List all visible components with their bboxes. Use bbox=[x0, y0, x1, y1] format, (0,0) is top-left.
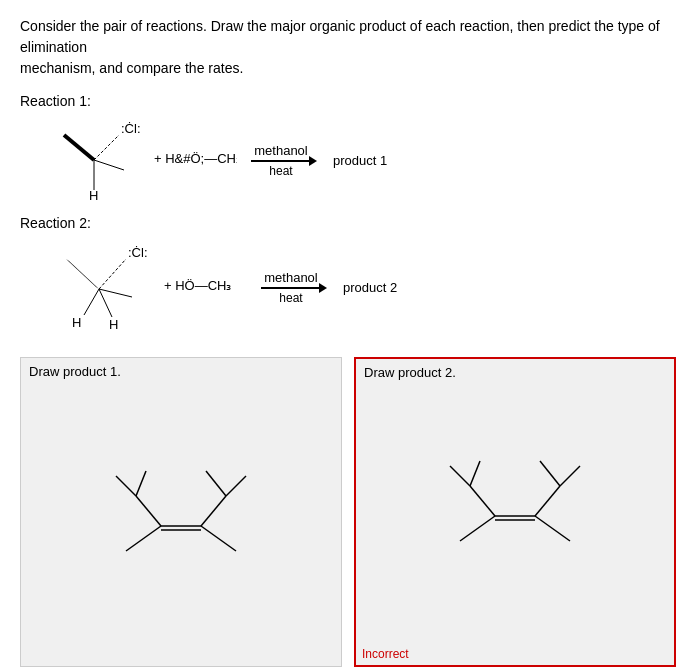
reaction1-reagent: + H&#Ö;—CH₃ bbox=[152, 139, 237, 182]
instructions-line1: Consider the pair of reactions. Draw the… bbox=[20, 18, 660, 55]
reaction1-arrow bbox=[251, 160, 311, 162]
svg-text:H: H bbox=[72, 315, 81, 330]
draw-product1-canvas[interactable] bbox=[21, 385, 341, 666]
reaction2-arrow-line bbox=[261, 287, 321, 289]
reaction2-label: Reaction 2: bbox=[20, 215, 680, 231]
reaction2-molecule-svg: :Ċl: H H bbox=[44, 237, 154, 337]
reaction1-label: Reaction 1: bbox=[20, 93, 680, 109]
svg-line-2 bbox=[94, 160, 124, 170]
reaction2-row: :Ċl: H H + HÖ—CH₃ methanol heat product… bbox=[44, 237, 680, 337]
svg-marker-8 bbox=[66, 259, 99, 289]
reaction2-solvent: methanol bbox=[264, 270, 317, 285]
product1-molecule-svg bbox=[81, 426, 281, 626]
svg-line-19 bbox=[136, 496, 161, 526]
svg-line-11 bbox=[84, 289, 99, 315]
reaction2-condition: heat bbox=[279, 291, 302, 305]
reaction1-condition: heat bbox=[269, 164, 292, 178]
svg-line-26 bbox=[226, 476, 246, 496]
svg-line-22 bbox=[201, 526, 236, 551]
reaction1-reagent-svg: + H&#Ö;—CH₃ bbox=[152, 139, 237, 179]
svg-line-35 bbox=[540, 461, 560, 486]
svg-line-12 bbox=[99, 289, 112, 317]
reaction1-solvent: methanol bbox=[254, 143, 307, 158]
svg-text:H: H bbox=[89, 188, 98, 203]
reaction1-arrow-line bbox=[251, 160, 311, 162]
svg-text:+ H&#Ö;—CH₃: + H&#Ö;—CH₃ bbox=[154, 151, 237, 166]
instructions: Consider the pair of reactions. Draw the… bbox=[20, 16, 680, 79]
draw-product1-box[interactable]: Draw product 1. bbox=[20, 357, 342, 667]
draw-product2-box[interactable]: Draw product 2. Incorrect bbox=[354, 357, 676, 667]
svg-line-33 bbox=[450, 466, 470, 486]
svg-marker-6 bbox=[64, 135, 94, 160]
reaction1-section: Reaction 1: :Ċl: H bbox=[20, 93, 680, 205]
draw-product2-canvas[interactable] bbox=[356, 386, 674, 645]
reaction1-product: product 1 bbox=[333, 153, 387, 168]
svg-line-23 bbox=[116, 476, 136, 496]
reaction2-arrow bbox=[261, 287, 321, 289]
svg-line-25 bbox=[206, 471, 226, 496]
reaction2-reagent-svg: + HÖ—CH₃ bbox=[162, 266, 247, 306]
svg-line-29 bbox=[470, 486, 495, 516]
draw-product1-title: Draw product 1. bbox=[21, 358, 341, 385]
product2-molecule-svg bbox=[415, 416, 615, 616]
draw-area: Draw product 1. bbox=[20, 357, 680, 667]
svg-line-9 bbox=[99, 259, 126, 289]
svg-line-30 bbox=[460, 516, 495, 541]
svg-line-31 bbox=[535, 486, 560, 516]
svg-line-24 bbox=[136, 471, 146, 496]
svg-line-10 bbox=[99, 289, 132, 297]
svg-line-36 bbox=[560, 466, 580, 486]
incorrect-label: Incorrect bbox=[356, 645, 674, 665]
reaction2-reagent: + HÖ—CH₃ bbox=[162, 266, 247, 309]
svg-text:+ HÖ—CH₃: + HÖ—CH₃ bbox=[164, 278, 231, 293]
reaction1-arrow-area: methanol heat bbox=[251, 143, 311, 178]
reaction1-row: :Ċl: H + H&#Ö;—CH₃ methanol heat bbox=[44, 115, 680, 205]
svg-line-20 bbox=[126, 526, 161, 551]
reaction2-arrow-area: methanol heat bbox=[261, 270, 321, 305]
reaction1-molecule-svg: :Ċl: H bbox=[44, 115, 144, 205]
svg-line-1 bbox=[94, 135, 119, 160]
svg-text:H: H bbox=[109, 317, 118, 332]
reaction2-diagram: :Ċl: H H + HÖ—CH₃ methanol heat product… bbox=[44, 237, 397, 337]
draw-product2-title: Draw product 2. bbox=[356, 359, 674, 386]
reaction2-section: Reaction 2: :Ċl: H H + HÖ—CH₃ bbox=[20, 215, 680, 337]
svg-line-34 bbox=[470, 461, 480, 486]
instructions-line2: mechanism, and compare the rates. bbox=[20, 60, 243, 76]
svg-text::Ċl:: :Ċl: bbox=[121, 121, 141, 136]
svg-text::Ċl:: :Ċl: bbox=[128, 245, 148, 260]
svg-line-32 bbox=[535, 516, 570, 541]
reaction1-diagram: :Ċl: H + H&#Ö;—CH₃ methanol heat bbox=[44, 115, 387, 205]
svg-line-21 bbox=[201, 496, 226, 526]
reaction2-product: product 2 bbox=[343, 280, 397, 295]
